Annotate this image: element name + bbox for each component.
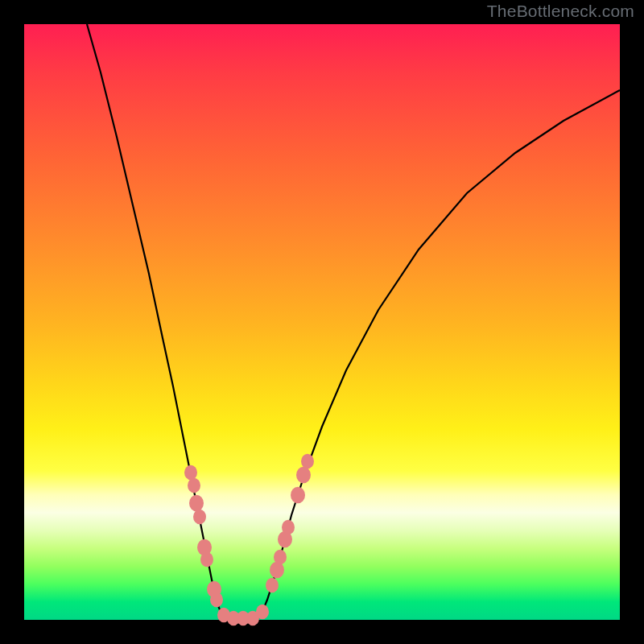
data-dot xyxy=(274,550,287,564)
right-curve xyxy=(258,90,620,619)
data-dot xyxy=(291,487,305,504)
data-dot xyxy=(296,467,311,484)
watermark-text: TheBottleneck.com xyxy=(487,2,634,21)
data-dot xyxy=(256,605,269,619)
plot-area xyxy=(24,24,620,620)
left-curve xyxy=(87,24,225,619)
chart-svg xyxy=(24,24,620,620)
data-dot xyxy=(184,465,197,480)
data-dot xyxy=(189,495,204,512)
data-dot xyxy=(266,578,279,592)
data-dot xyxy=(210,592,223,607)
data-dot xyxy=(282,520,295,535)
data-dot xyxy=(193,510,206,524)
data-dots xyxy=(184,454,314,625)
chart-stage: TheBottleneck.com xyxy=(0,0,644,644)
data-dot xyxy=(301,454,314,469)
data-dot xyxy=(188,478,200,493)
data-dot xyxy=(200,552,213,567)
